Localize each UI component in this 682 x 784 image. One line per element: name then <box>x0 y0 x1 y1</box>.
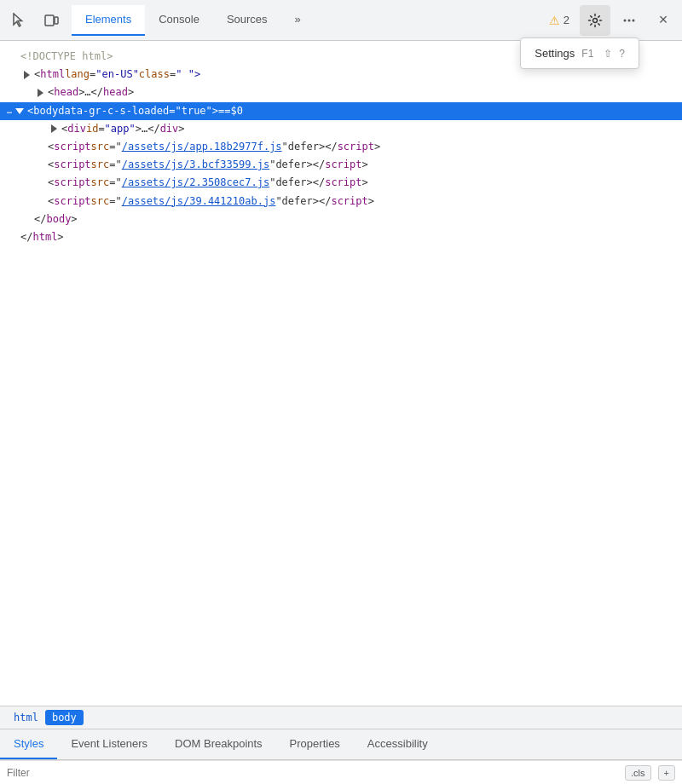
bracket: </ <box>34 211 46 228</box>
tab-dom-breakpoints[interactable]: DOM Breakpoints <box>161 729 276 759</box>
settings-dropdown-item[interactable]: Settings F1 ⇧ ? <box>521 42 639 65</box>
tag-head-close: head <box>103 84 128 101</box>
defer-close: defer></ <box>288 139 338 155</box>
breadcrumb-bar: html body <box>0 706 682 729</box>
settings-dropdown: Settings F1 ⇧ ? <box>520 37 639 69</box>
bracket: >…</ <box>136 121 160 137</box>
tag-html: html <box>40 66 65 83</box>
breadcrumb-body[interactable]: body <box>45 710 84 725</box>
dollar0: $0 <box>231 103 243 119</box>
more-icon <box>621 13 637 28</box>
svg-rect-1 <box>45 15 54 26</box>
bracket: > <box>212 103 218 119</box>
eq: = <box>109 157 115 173</box>
settings-button[interactable] <box>580 5 610 36</box>
tag-script-close: script <box>325 175 361 191</box>
breadcrumb-html[interactable]: html <box>7 710 45 725</box>
script1-link[interactable]: /assets/js/app.18b2977f.js <box>122 139 282 155</box>
more-options-button[interactable] <box>614 5 644 36</box>
quote-open: " <box>116 157 122 173</box>
dom-tree[interactable]: <!DOCTYPE html> <html lang="en-US" class… <box>0 41 682 706</box>
toggle-div-app[interactable] <box>48 123 60 135</box>
bracket: > <box>362 157 368 173</box>
toggle-html[interactable] <box>20 69 32 81</box>
defer-close: defer></ <box>275 157 325 173</box>
bracket: > <box>178 121 184 137</box>
svg-point-6 <box>633 19 635 21</box>
tag-div: div <box>67 121 86 137</box>
tag-script: script <box>54 193 90 210</box>
eq: = <box>90 66 95 83</box>
triangle-right-icon <box>24 71 30 79</box>
tab-properties[interactable]: Properties <box>276 729 354 759</box>
filter-cls-button[interactable]: .cls <box>625 765 651 781</box>
eq: = <box>109 193 115 210</box>
dom-line-html-close[interactable]: </html> <box>0 228 682 246</box>
attr-src: src <box>91 139 110 155</box>
filter-add-button[interactable]: + <box>658 765 675 781</box>
tag-body: body <box>33 103 58 119</box>
dom-line-head[interactable]: <head>…</head> <box>0 84 682 101</box>
attr-id: id <box>86 121 98 137</box>
tag-script-close: script <box>325 157 361 173</box>
attr-data-gr-val: "true" <box>175 103 211 119</box>
svg-point-4 <box>624 19 627 21</box>
tag-head: head <box>54 84 78 101</box>
dom-line-script2[interactable]: <script src="/assets/js/3.bcf33599.js" d… <box>0 156 682 174</box>
svg-point-5 <box>628 19 631 21</box>
script2-link[interactable]: /assets/js/3.bcf33599.js <box>122 157 269 173</box>
cursor-tool-button[interactable] <box>3 5 34 36</box>
warning-badge[interactable]: ⚠ 2 <box>542 10 576 31</box>
quote-close: " <box>269 157 275 173</box>
tab-sources[interactable]: Sources <box>213 5 281 36</box>
device-toggle-button[interactable] <box>36 5 66 36</box>
tab-styles[interactable]: Styles <box>0 729 57 759</box>
defer-close: defer></ <box>275 175 325 191</box>
attr-lang-val: "en-US" <box>95 66 139 83</box>
quote-open: " <box>116 193 122 210</box>
dom-line-script1[interactable]: <script src="/assets/js/app.18b2977f.js"… <box>0 138 682 156</box>
script3-link[interactable]: /assets/js/2.3508cec7.js <box>122 175 269 191</box>
dom-line-div-app[interactable]: <div id="app">…</div> <box>0 120 682 138</box>
bracket: > <box>128 84 134 101</box>
ellipsis: … <box>7 104 12 118</box>
attr-class-val: " "> <box>176 66 200 83</box>
tab-event-listeners[interactable]: Event Listeners <box>57 729 161 759</box>
settings-shortcut-shift: ⇧ <box>604 48 612 60</box>
tag-body-close: body <box>46 211 71 228</box>
script4-link[interactable]: /assets/js/39.441210ab.js <box>122 193 276 210</box>
tag-script-close: script <box>331 193 367 210</box>
dom-line-body[interactable]: … <body data-gr-c-s-loaded="true" > == $… <box>0 102 682 120</box>
tab-elements[interactable]: Elements <box>72 5 145 36</box>
filter-bar: .cls + <box>0 760 682 784</box>
dom-line-script4[interactable]: <script src="/assets/js/39.441210ab.js" … <box>0 193 682 210</box>
close-icon: × <box>659 11 668 29</box>
defer-close: defer></ <box>282 193 332 210</box>
quote-close: " <box>275 193 281 210</box>
tab-accessibility[interactable]: Accessibility <box>354 729 442 759</box>
bracket: < <box>48 175 54 191</box>
tag-script: script <box>54 175 90 191</box>
bracket: > <box>368 193 374 210</box>
main-tab-bar: Elements Console Sources » <box>72 5 315 36</box>
toggle-body[interactable] <box>14 105 26 117</box>
tag-div-close: div <box>160 121 179 137</box>
settings-shortcut-q: ? <box>619 48 625 60</box>
tab-console[interactable]: Console <box>145 5 213 36</box>
tag-script: script <box>54 157 90 173</box>
quote-close: " <box>269 175 275 191</box>
svg-rect-2 <box>55 17 58 24</box>
attr-lang: lang <box>65 66 90 83</box>
toolbar: Elements Console Sources » ⚠ 2 × <box>0 0 682 41</box>
toggle-head[interactable] <box>34 87 46 99</box>
close-button[interactable]: × <box>648 5 679 36</box>
device-icon <box>43 13 59 28</box>
dom-line-script3[interactable]: <script src="/assets/js/2.3508cec7.js" d… <box>0 174 682 192</box>
triangle-right-icon <box>51 124 57 133</box>
triangle-right-icon <box>38 89 43 97</box>
toolbar-right: ⚠ 2 × <box>542 5 679 36</box>
dom-line-body-close[interactable]: </body> <box>0 210 682 228</box>
tab-more[interactable]: » <box>281 5 315 36</box>
filter-input[interactable] <box>7 767 618 779</box>
attr-src: src <box>91 157 110 173</box>
